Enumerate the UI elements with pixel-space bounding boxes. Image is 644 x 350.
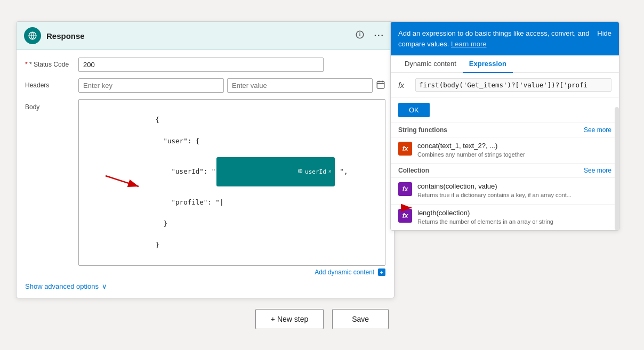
- more-options-button[interactable]: ···: [372, 30, 387, 42]
- collection-section: Collection See more: [391, 163, 619, 177]
- add-dynamic-row: Add dynamic content +: [78, 268, 385, 276]
- chevron-down-icon: ∨: [102, 282, 107, 290]
- ok-button[interactable]: OK: [398, 103, 430, 117]
- concat-function-desc: Combines any number of strings together: [417, 151, 611, 159]
- status-code-input[interactable]: [78, 58, 324, 72]
- calendar-icon[interactable]: [376, 80, 385, 92]
- response-card: Response ···: [16, 21, 395, 298]
- expression-input-row: fx: [391, 73, 619, 97]
- token-remove[interactable]: ×: [328, 167, 332, 176]
- length-function-desc: Returns the number of elements in an arr…: [417, 218, 611, 226]
- save-button[interactable]: Save: [332, 309, 389, 329]
- scrollbar[interactable]: [615, 107, 619, 230]
- collection-see-more[interactable]: See more: [584, 167, 611, 174]
- concat-fx-icon: fx: [398, 142, 412, 156]
- tab-dynamic[interactable]: Dynamic content: [398, 55, 463, 73]
- status-code-label: * * Status Code: [25, 58, 73, 68]
- headers-label: Headers: [25, 78, 73, 89]
- learn-more-link[interactable]: Learn more: [451, 40, 486, 48]
- contains-function-name: contains(collection, value): [417, 182, 611, 190]
- headers-row: Headers: [25, 78, 385, 93]
- advanced-label: Show advanced options: [25, 282, 99, 290]
- collection-title: Collection: [398, 167, 429, 174]
- contains-function-item[interactable]: fx contains(collection, value) Returns t…: [391, 177, 619, 204]
- new-step-button[interactable]: + New step: [255, 309, 324, 329]
- length-fx-icon: fx: [398, 209, 412, 223]
- status-code-label-text: * Status Code: [29, 61, 69, 68]
- concat-function-name: concat(text_1, text_2?, ...): [417, 142, 611, 150]
- body-content: { "user": { "userId": " userId × ": [83, 104, 381, 261]
- hide-link[interactable]: Hide: [597, 28, 611, 39]
- contains-fx-icon: fx: [398, 182, 412, 196]
- string-see-more[interactable]: See more: [584, 126, 611, 134]
- fx-label: fx: [398, 81, 411, 89]
- card-body: * * Status Code Headers: [17, 50, 394, 298]
- body-row: Body { "user": { "userId": ": [25, 99, 385, 276]
- length-function-name: length(collection): [417, 209, 611, 217]
- status-code-row: * * Status Code: [25, 58, 385, 72]
- bottom-buttons: + New step Save: [255, 309, 389, 329]
- headers-value-input[interactable]: [227, 78, 373, 93]
- panel-header: Add an expression to do basic things lik…: [391, 22, 619, 55]
- expression-panel: Add an expression to do basic things lik…: [390, 21, 619, 231]
- response-icon: [24, 27, 41, 44]
- contains-function-desc: Returns true if a dictionary contains a …: [417, 191, 611, 199]
- svg-point-4: [359, 33, 360, 34]
- expression-input[interactable]: [415, 78, 611, 92]
- svg-rect-5: [377, 82, 384, 88]
- headers-key-input[interactable]: [78, 78, 224, 93]
- card-title: Response: [46, 31, 348, 40]
- card-actions: ···: [353, 29, 387, 43]
- userid-token[interactable]: userId ×: [216, 157, 334, 186]
- advanced-options-row[interactable]: Show advanced options ∨: [25, 282, 385, 290]
- info-button[interactable]: [353, 29, 367, 43]
- body-editor[interactable]: { "user": { "userId": " userId × ": [78, 99, 385, 266]
- concat-function-item[interactable]: fx concat(text_1, text_2?, ...) Combines…: [391, 137, 619, 163]
- string-functions-section: String functions See more: [391, 123, 619, 137]
- panel-tabs: Dynamic content Expression: [391, 55, 619, 73]
- tab-expression[interactable]: Expression: [463, 55, 513, 73]
- panel-header-text: Add an expression to do basic things lik…: [398, 28, 591, 49]
- add-dynamic-content-link[interactable]: Add dynamic content +: [315, 268, 385, 276]
- length-function-item[interactable]: fx length(collection) Returns the number…: [391, 204, 619, 230]
- body-label: Body: [25, 99, 73, 111]
- token-icon: [220, 158, 303, 186]
- card-header: Response ···: [17, 22, 394, 50]
- add-dynamic-plus-icon: +: [378, 268, 385, 276]
- headers-inputs: [78, 78, 385, 93]
- token-label: userId: [305, 167, 326, 177]
- string-functions-title: String functions: [398, 126, 447, 134]
